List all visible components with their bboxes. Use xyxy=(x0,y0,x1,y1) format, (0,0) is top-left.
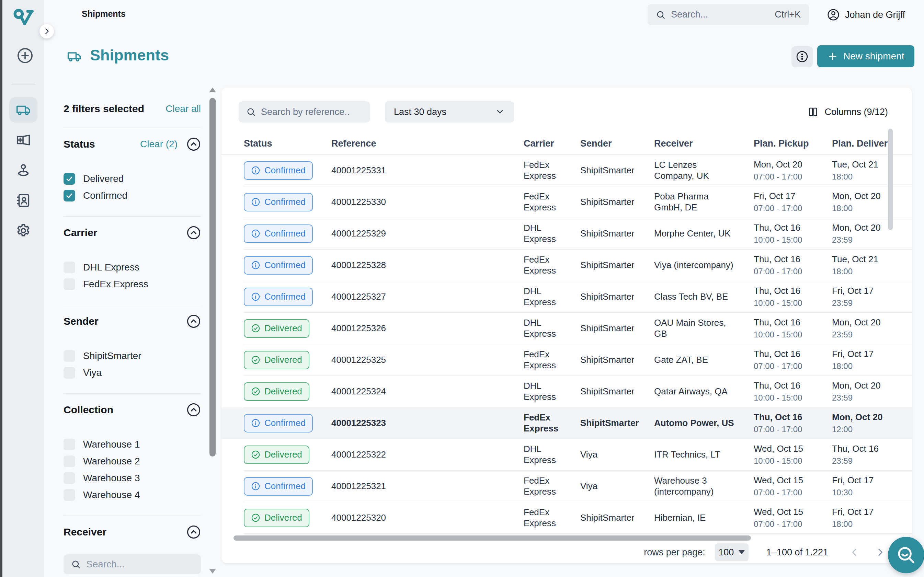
sender-cell: Viya xyxy=(580,449,654,460)
status-label: Confirmed xyxy=(264,418,306,429)
date-range-value: Last 30 days xyxy=(394,107,447,118)
previous-page-button[interactable] xyxy=(850,547,860,558)
delivery-date: Fri, Oct 17 xyxy=(832,349,904,360)
date-range-select[interactable]: Last 30 days xyxy=(385,101,514,122)
filters-summary: 2 filters selected xyxy=(63,103,144,114)
pickup-cell: Wed, Oct 15 07:00 - 17:00 xyxy=(754,507,832,529)
filter-option[interactable]: Warehouse 4 xyxy=(63,487,201,503)
checkbox-checked[interactable] xyxy=(63,173,75,185)
filter-section-title-collection: Collection xyxy=(63,404,187,416)
filter-option-label: Warehouse 3 xyxy=(83,473,140,484)
filter-option[interactable]: Warehouse 3 xyxy=(63,471,201,486)
sidebar-item-settings[interactable] xyxy=(9,218,37,243)
checkbox-unchecked[interactable] xyxy=(63,278,75,290)
sidebar-expand-button[interactable] xyxy=(39,24,54,39)
check-circle-icon xyxy=(251,513,260,522)
info-circle-icon xyxy=(251,482,260,491)
gear-icon xyxy=(15,223,31,239)
table-row[interactable]: Delivered 40001225322 DHL Express Viya I… xyxy=(244,439,912,471)
sidebar-item-contacts[interactable] xyxy=(9,188,37,213)
checkbox-unchecked[interactable] xyxy=(63,367,75,379)
sender-cell: ShipitSmarter xyxy=(580,165,654,176)
clear-status-filter-link[interactable]: Clear (2) xyxy=(140,139,177,150)
table-row[interactable]: Delivered 40001225326 DHL Express Shipit… xyxy=(244,313,912,344)
filter-option[interactable]: ShipitSmarter xyxy=(63,348,201,364)
search-icon xyxy=(246,107,256,117)
clear-all-filters-link[interactable]: Clear all xyxy=(166,103,201,114)
collapse-section-button[interactable] xyxy=(187,403,201,417)
table-row[interactable]: Confirmed 40001225330 FedEx Express Ship… xyxy=(244,186,912,218)
next-page-button[interactable] xyxy=(875,547,885,558)
status-label: Confirmed xyxy=(264,197,306,208)
info-circle-icon xyxy=(251,197,260,206)
global-search-input[interactable]: Search... Ctrl+K xyxy=(648,4,809,25)
receiver-cell: Qatar Airways, QA xyxy=(654,386,754,397)
collapse-section-button[interactable] xyxy=(187,314,201,329)
user-menu[interactable]: Johan de Grijff xyxy=(827,6,905,23)
rows-per-page-select[interactable]: 100 xyxy=(715,543,748,561)
checkbox-unchecked[interactable] xyxy=(63,472,75,484)
new-shipment-button[interactable]: New shipment xyxy=(817,45,914,67)
checkbox-unchecked[interactable] xyxy=(63,456,75,467)
filter-option[interactable]: Confirmed xyxy=(63,188,201,203)
scroll-up-arrow[interactable] xyxy=(209,87,216,92)
table-row[interactable]: Confirmed 40001225329 DHL Express Shipit… xyxy=(244,218,912,250)
chevron-down-icon xyxy=(495,107,505,117)
table-row[interactable]: Delivered 40001225325 FedEx Express Ship… xyxy=(244,344,912,376)
sidebar-item-shipments[interactable] xyxy=(9,97,37,122)
checkbox-unchecked[interactable] xyxy=(63,439,75,450)
pickup-date: Mon, Oct 20 xyxy=(754,159,824,170)
column-header: Plan. Delivery xyxy=(832,138,912,149)
filter-option[interactable]: FedEx Express xyxy=(63,277,201,292)
table-row[interactable]: Confirmed 40001225327 DHL Express Shipit… xyxy=(244,281,912,313)
collapse-section-button[interactable] xyxy=(187,525,201,539)
table-row[interactable]: Confirmed 40001225323 FedEx Express Ship… xyxy=(221,408,912,439)
search-shortcut-hint: Ctrl+K xyxy=(775,9,801,20)
divider xyxy=(63,393,201,394)
status-badge: Confirmed xyxy=(244,256,313,275)
filter-option[interactable]: DHL Express xyxy=(63,260,201,275)
filter-option-label: DHL Express xyxy=(83,262,139,273)
filter-option[interactable]: Viya xyxy=(63,365,201,380)
sender-cell: ShipitSmarter xyxy=(580,323,654,334)
search-assistant-fab[interactable] xyxy=(888,537,924,573)
info-circle-icon xyxy=(251,292,260,301)
table-row[interactable]: Delivered 40001225320 FedEx Express Ship… xyxy=(244,502,912,534)
filter-panel-scrollbar[interactable] xyxy=(210,87,216,575)
horizontal-scrollbar-thumb[interactable] xyxy=(234,535,751,541)
global-search-placeholder: Search... xyxy=(671,9,769,20)
receiver-search-input[interactable]: Search... xyxy=(63,554,201,574)
create-new-button[interactable] xyxy=(16,47,34,64)
collapse-section-button[interactable] xyxy=(187,226,201,240)
delivery-date: Mon, Oct 20 xyxy=(832,222,904,234)
delivery-time: 23:59 xyxy=(832,393,904,403)
delivery-date: Tue, Oct 21 xyxy=(832,159,904,170)
pickup-time: 07:00 - 17:00 xyxy=(754,519,824,529)
checkbox-checked[interactable] xyxy=(63,190,75,201)
table-row[interactable]: Delivered 40001225324 DHL Express Shipit… xyxy=(244,376,912,408)
columns-picker-button[interactable]: Columns (9/12) xyxy=(808,106,888,118)
sidebar-item-containers[interactable] xyxy=(9,127,37,153)
table-row[interactable]: Confirmed 40001225331 FedEx Express Ship… xyxy=(244,155,912,186)
info-circle-icon xyxy=(251,229,260,238)
table-row[interactable]: Confirmed 40001225321 FedEx Express Viya… xyxy=(244,471,912,502)
scroll-down-arrow[interactable] xyxy=(209,569,216,574)
filter-option[interactable]: Warehouse 1 xyxy=(63,437,201,452)
vertical-scrollbar-thumb[interactable] xyxy=(888,129,893,230)
column-header: Reference xyxy=(331,138,524,149)
filter-option[interactable]: Warehouse 2 xyxy=(63,454,201,469)
table-row[interactable]: Confirmed 40001225328 FedEx Express Ship… xyxy=(244,250,912,281)
collapse-section-button[interactable] xyxy=(187,137,201,152)
sidebar-item-tracking[interactable] xyxy=(9,158,37,183)
checkbox-unchecked[interactable] xyxy=(63,350,75,362)
filter-option[interactable]: Delivered xyxy=(63,171,201,186)
checkbox-unchecked[interactable] xyxy=(63,261,75,273)
page-options-button[interactable] xyxy=(792,46,813,67)
carrier-cell: FedEx Express xyxy=(524,507,580,529)
checkbox-unchecked[interactable] xyxy=(63,489,75,501)
delivery-time: 18:00 xyxy=(832,519,904,529)
reference-search-input[interactable]: Search by reference.. xyxy=(239,101,370,122)
delivery-time: 23:59 xyxy=(832,456,904,466)
page-title: Shipments xyxy=(90,46,169,64)
scrollbar-thumb[interactable] xyxy=(210,98,216,456)
